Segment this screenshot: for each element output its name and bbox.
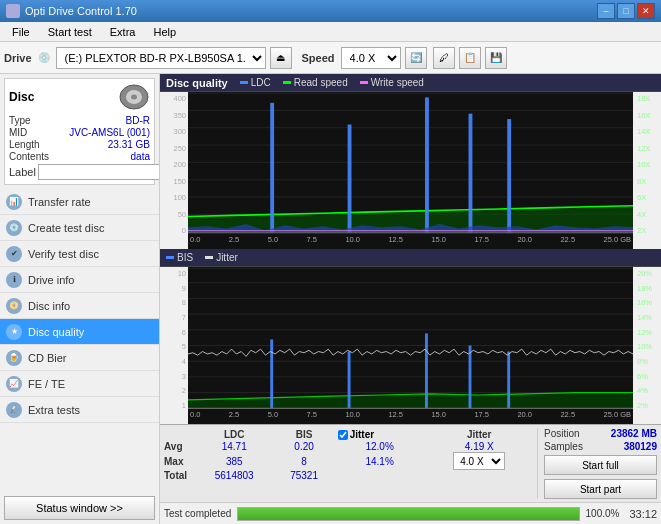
bis-legend-label: BIS xyxy=(177,252,193,263)
bis-y-axis-left: 1 2 3 4 5 6 7 8 9 10 xyxy=(160,267,188,424)
read-legend-dot xyxy=(283,81,291,84)
label-input[interactable] xyxy=(38,164,160,180)
samples-val: 380129 xyxy=(624,441,657,452)
bis-chart-plot: 0.02.55.07.510.012.515.017.520.022.525.0… xyxy=(188,267,633,424)
write-legend-dot xyxy=(360,81,368,84)
transfer-rate-icon: 📊 xyxy=(6,194,22,210)
avg-bis: 0.20 xyxy=(274,441,333,452)
refresh-button[interactable]: 🔄 xyxy=(405,47,427,69)
create-test-disc-icon: 💿 xyxy=(6,220,22,236)
read-legend-label: Read speed xyxy=(294,77,348,88)
svg-rect-33 xyxy=(425,333,428,408)
svg-rect-32 xyxy=(348,352,351,409)
max-label: Max xyxy=(164,452,194,470)
drive-select[interactable]: (E:) PLEXTOR BD-R PX-LB950SA 1.06 xyxy=(56,47,266,69)
verify-test-disc-icon: ✔ xyxy=(6,246,22,262)
status-label: Test completed xyxy=(164,508,231,519)
bis-y-axis-right: 2% 4% 6% 8% 10% 12% 14% 16% 18% 20% xyxy=(633,267,661,424)
ldc-y-axis-left: 0 50 100 150 200 250 300 350 400 xyxy=(160,92,188,249)
type-val: BD-R xyxy=(126,115,150,126)
status-window-button[interactable]: Status window >> xyxy=(4,496,155,520)
bis-chart-header: BIS Jitter xyxy=(160,249,661,267)
sidebar-item-fe-te[interactable]: 📈 FE / TE xyxy=(0,371,159,397)
start-part-button[interactable]: Start part xyxy=(544,479,657,499)
ldc-chart-section: Disc quality LDC Read speed Write speed … xyxy=(160,74,661,249)
extra-tests-icon: 🔬 xyxy=(6,402,22,418)
cd-bier-icon: 🍺 xyxy=(6,350,22,366)
ldc-chart-plot: 0.02.55.07.510.012.515.017.520.022.525.0… xyxy=(188,92,633,249)
jitter-legend-dot xyxy=(205,256,213,259)
drive-info-icon: ℹ xyxy=(6,272,22,288)
progress-bar-fill xyxy=(238,508,578,520)
menu-bar: File Start test Extra Help xyxy=(0,22,661,42)
toolbar: Drive 💿 (E:) PLEXTOR BD-R PX-LB950SA 1.0… xyxy=(0,42,661,74)
time-display: 33:12 xyxy=(629,508,657,520)
max-bis: 8 xyxy=(274,452,333,470)
sidebar-item-extra-tests[interactable]: 🔬 Extra tests xyxy=(0,397,159,423)
nav-label-disc-info: Disc info xyxy=(28,300,70,312)
tool-btn-2[interactable]: 📋 xyxy=(459,47,481,69)
nav-label-disc-quality: Disc quality xyxy=(28,326,84,338)
disc-section-label: Disc xyxy=(9,90,34,104)
speed-label: Speed xyxy=(302,52,335,64)
menu-file[interactable]: File xyxy=(4,24,38,40)
nav-label-verify-test-disc: Verify test disc xyxy=(28,248,99,260)
position-key: Position xyxy=(544,428,580,439)
stats-table: LDC BIS Jitter Jitter Avg xyxy=(164,428,533,481)
bis-chart-section: BIS Jitter 1 2 3 4 5 6 7 8 9 10 xyxy=(160,249,661,424)
avg-label: Avg xyxy=(164,441,194,452)
sidebar-item-disc-info[interactable]: 📀 Disc info xyxy=(0,293,159,319)
eject-button[interactable]: ⏏ xyxy=(270,47,292,69)
bis-svg xyxy=(188,267,633,424)
svg-rect-35 xyxy=(507,352,510,409)
svg-rect-14 xyxy=(348,124,352,232)
sidebar-item-transfer-rate[interactable]: 📊 Transfer rate xyxy=(0,189,159,215)
sidebar-item-drive-info[interactable]: ℹ Drive info xyxy=(0,267,159,293)
nav-label-create-test-disc: Create test disc xyxy=(28,222,104,234)
sidebar-item-disc-quality[interactable]: ★ Disc quality xyxy=(0,319,159,345)
menu-help[interactable]: Help xyxy=(145,24,184,40)
col-header-bis: BIS xyxy=(274,428,333,441)
close-button[interactable]: ✕ xyxy=(637,3,655,19)
menu-start-test[interactable]: Start test xyxy=(40,24,100,40)
sidebar: Disc Type BD-R MID JVC-AMS6L (001) Leng xyxy=(0,74,160,524)
content-area: Disc quality LDC Read speed Write speed … xyxy=(160,74,661,524)
svg-point-2 xyxy=(131,95,137,100)
nav-items: 📊 Transfer rate 💿 Create test disc ✔ Ver… xyxy=(0,189,159,492)
nav-label-extra-tests: Extra tests xyxy=(28,404,80,416)
avg-speed: 4.19 X xyxy=(426,441,533,452)
disc-panel: Disc Type BD-R MID JVC-AMS6L (001) Leng xyxy=(4,78,155,185)
tool-btn-1[interactable]: 🖊 xyxy=(433,47,455,69)
sidebar-item-verify-test-disc[interactable]: ✔ Verify test disc xyxy=(0,241,159,267)
sidebar-item-create-test-disc[interactable]: 💿 Create test disc xyxy=(0,215,159,241)
ldc-legend-dot xyxy=(240,81,248,84)
menu-extra[interactable]: Extra xyxy=(102,24,144,40)
app-icon xyxy=(6,4,20,18)
speed-select[interactable]: 4.0 X xyxy=(341,47,401,69)
jitter-checkbox-container: Jitter xyxy=(338,429,422,440)
write-legend-label: Write speed xyxy=(371,77,424,88)
minimize-button[interactable]: – xyxy=(597,3,615,19)
disc-quality-icon: ★ xyxy=(6,324,22,340)
maximize-button[interactable]: □ xyxy=(617,3,635,19)
jitter-legend-label: Jitter xyxy=(216,252,238,263)
drive-icon: 💿 xyxy=(38,52,50,63)
speed-stats-select[interactable]: 4.0 X xyxy=(453,452,505,470)
jitter-checkbox[interactable] xyxy=(338,430,348,440)
stats-area: LDC BIS Jitter Jitter Avg xyxy=(160,424,661,502)
disc-visual xyxy=(118,83,150,111)
nav-label-cd-bier: CD Bier xyxy=(28,352,67,364)
save-button[interactable]: 💾 xyxy=(485,47,507,69)
svg-rect-13 xyxy=(270,103,274,233)
max-jitter: 14.1% xyxy=(334,452,426,470)
bis-chart-body: 1 2 3 4 5 6 7 8 9 10 xyxy=(160,267,661,424)
bottom-bar: Test completed 100.0% 33:12 xyxy=(160,502,661,524)
mid-val: JVC-AMS6L (001) xyxy=(69,127,150,138)
start-full-button[interactable]: Start full xyxy=(544,455,657,475)
ldc-y-axis-right: 2X 4X 6X 8X 10X 12X 14X 16X 18X xyxy=(633,92,661,249)
contents-key: Contents xyxy=(9,151,49,162)
sidebar-item-cd-bier[interactable]: 🍺 CD Bier xyxy=(0,345,159,371)
svg-rect-16 xyxy=(469,114,473,233)
main-layout: Disc Type BD-R MID JVC-AMS6L (001) Leng xyxy=(0,74,661,524)
samples-key: Samples xyxy=(544,441,583,452)
